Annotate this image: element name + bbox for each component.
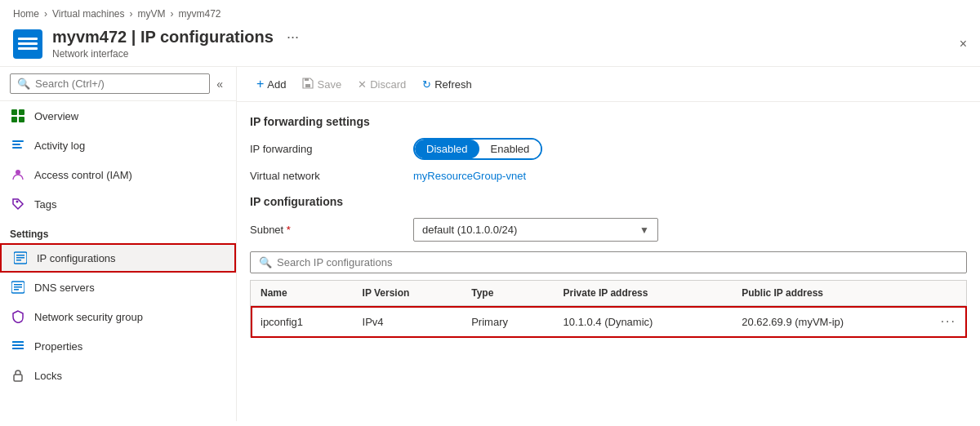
ip-forwarding-label: IP forwarding [250, 143, 413, 155]
col-private-ip: Private IP address [554, 281, 733, 306]
subnet-required: * [287, 224, 291, 236]
cell-public-ip: 20.62.69.9 (myVM-ip) [732, 306, 930, 338]
virtual-network-label: Virtual network [250, 170, 413, 182]
sidebar-item-locks[interactable]: Locks [0, 361, 236, 390]
tags-label: Tags [34, 198, 56, 211]
sidebar-search[interactable]: 🔍 [10, 73, 210, 94]
ip-forwarding-section-title: IP forwarding settings [250, 115, 967, 128]
search-ip-box[interactable]: 🔍 [250, 251, 967, 273]
ip-forwarding-disabled[interactable]: Disabled [415, 140, 479, 158]
dns-label: DNS servers [34, 282, 95, 294]
svg-rect-4 [12, 140, 24, 142]
breadcrumb-virtual-machines[interactable]: Virtual machines [52, 8, 125, 20]
svg-rect-20 [14, 375, 22, 381]
overview-label: Overview [34, 110, 78, 122]
save-icon [302, 78, 314, 91]
svg-rect-12 [16, 260, 21, 261]
nsg-icon [10, 308, 26, 325]
sidebar-item-nsg[interactable]: Network security group [0, 302, 236, 331]
page-header: myvm472 | IP configurations ··· Network … [0, 24, 980, 67]
breadcrumb-myvm[interactable]: myVM [138, 8, 166, 20]
svg-rect-10 [16, 255, 24, 256]
cell-type: Primary [461, 306, 553, 338]
svg-rect-16 [14, 289, 19, 291]
save-button[interactable]: Save [296, 74, 348, 95]
svg-rect-18 [12, 344, 24, 346]
locks-icon [10, 367, 26, 384]
svg-rect-11 [16, 257, 24, 259]
ip-config-section: IP configurations Subnet * default (10.1… [250, 195, 967, 338]
subnet-dropdown[interactable]: default (10.1.0.0/24) ▼ [413, 218, 658, 242]
discard-button[interactable]: ✕ Discard [351, 75, 412, 94]
sidebar-item-activity-log[interactable]: Activity log [0, 131, 236, 160]
virtual-network-link[interactable]: myResourceGroup-vnet [413, 170, 526, 182]
overview-icon [10, 108, 26, 124]
sidebar-item-tags[interactable]: Tags [0, 189, 236, 219]
svg-rect-5 [12, 144, 20, 145]
ip-forwarding-toggle[interactable]: Disabled Enabled [413, 138, 542, 160]
search-ip-icon: 🔍 [259, 256, 272, 268]
more-options-button[interactable]: ··· [287, 29, 299, 46]
collapse-button[interactable]: « [213, 76, 226, 92]
sidebar-item-dns-servers[interactable]: DNS servers [0, 273, 236, 302]
activity-log-icon [10, 137, 26, 153]
ip-config-label: IP configurations [37, 252, 116, 264]
iam-label: Access control (IAM) [34, 169, 132, 181]
refresh-icon: ↻ [422, 78, 431, 91]
svg-point-7 [16, 170, 20, 175]
main-layout: 🔍 « Overview Activity log Access control… [0, 67, 980, 421]
breadcrumb: Home › Virtual machines › myVM › myvm472 [0, 0, 980, 24]
search-icon: 🔍 [17, 78, 30, 90]
breadcrumb-home[interactable]: Home [13, 8, 39, 20]
svg-rect-17 [12, 341, 24, 343]
properties-icon [10, 338, 26, 354]
content-body: IP forwarding settings IP forwarding Dis… [237, 102, 980, 421]
svg-rect-15 [14, 286, 22, 288]
svg-rect-19 [12, 348, 24, 349]
sidebar-item-ip-configurations[interactable]: IP configurations [0, 243, 236, 273]
sidebar-item-properties[interactable]: Properties [0, 331, 236, 361]
sidebar-item-overview[interactable]: Overview [0, 101, 236, 131]
refresh-button[interactable]: ↻ Refresh [416, 75, 479, 94]
page-subtitle: Network interface [52, 48, 299, 60]
close-button[interactable]: × [960, 37, 967, 51]
discard-icon: ✕ [358, 78, 367, 91]
ip-config-icon [12, 250, 29, 266]
svg-rect-2 [11, 117, 17, 122]
cell-private-ip: 10.1.0.4 (Dynamic) [554, 306, 733, 338]
col-type: Type [461, 281, 553, 306]
add-icon: + [256, 77, 264, 91]
ip-config-table: Name IP Version Type Private IP address … [250, 280, 967, 338]
search-input[interactable] [35, 78, 203, 90]
virtual-network-row: Virtual network myResourceGroup-vnet [250, 170, 967, 182]
settings-section-header: Settings [0, 219, 236, 243]
svg-rect-21 [305, 84, 310, 87]
svg-rect-1 [19, 109, 24, 115]
search-ip-input[interactable] [277, 256, 958, 268]
col-ip-version: IP Version [353, 281, 462, 306]
properties-label: Properties [34, 340, 82, 353]
add-button[interactable]: + Add [250, 73, 292, 95]
ip-forwarding-enabled[interactable]: Enabled [479, 140, 541, 158]
ip-forwarding-row: IP forwarding Disabled Enabled [250, 138, 967, 160]
breadcrumb-myvm472[interactable]: myvm472 [179, 8, 221, 20]
cell-name: ipconfig1 [251, 306, 353, 338]
svg-rect-22 [305, 78, 309, 81]
svg-rect-3 [19, 117, 24, 122]
svg-rect-0 [11, 109, 17, 115]
sidebar-item-iam[interactable]: Access control (IAM) [0, 160, 236, 189]
col-public-ip: Public IP address [732, 281, 930, 306]
tags-icon [10, 196, 26, 212]
subnet-label: Subnet * [250, 224, 413, 236]
app-icon [13, 29, 42, 59]
page-title: myvm472 | IP configurations [52, 28, 274, 47]
locks-label: Locks [34, 370, 62, 382]
content-area: + Add Save ✕ Discard ↻ Refresh IP forwar… [237, 67, 980, 421]
table-row[interactable]: ipconfig1 IPv4 Primary 10.1.0.4 (Dynamic… [251, 306, 967, 338]
row-more-button[interactable]: ··· [941, 314, 956, 328]
subnet-row: Subnet * default (10.1.0.0/24) ▼ [250, 218, 967, 242]
svg-point-8 [16, 201, 19, 203]
svg-rect-6 [12, 147, 22, 149]
nsg-label: Network security group [34, 311, 143, 323]
activity-log-label: Activity log [34, 140, 85, 152]
